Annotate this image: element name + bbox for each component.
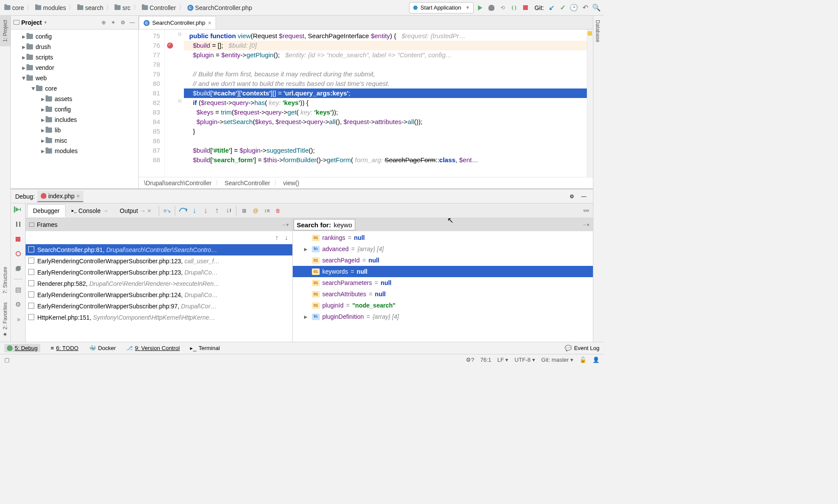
run-to-cursor-button[interactable]: ⤹I <box>223 206 233 216</box>
code-line[interactable]: $build['search_form'] = $this->formBuild… <box>184 155 587 165</box>
tree-item[interactable]: ▶modules <box>11 146 138 156</box>
code-line[interactable] <box>184 136 587 146</box>
close-session-icon[interactable]: × <box>76 193 80 200</box>
breadcrumb-item[interactable]: core <box>3 3 26 12</box>
tree-expand-icon[interactable]: ▶ <box>21 34 26 39</box>
breadcrumb-item[interactable]: Controller <box>140 3 178 12</box>
tree-expand-icon[interactable]: ▶ <box>21 65 26 70</box>
variable-row[interactable]: 01rankings = null <box>293 232 593 243</box>
tree-expand-icon[interactable]: ▶ <box>40 149 46 154</box>
tree-item[interactable]: ▶core <box>11 83 138 94</box>
caret-position[interactable]: 76:1 <box>480 357 491 363</box>
code-line[interactable]: // and we don't want to build the result… <box>184 79 587 88</box>
expand-icon[interactable]: ▶ <box>304 314 309 319</box>
project-tool-tab[interactable]: 1: Project <box>0 16 10 46</box>
debug-tool-button[interactable]: 5: Debug <box>4 344 40 352</box>
debug-gear-icon[interactable]: ⚙ <box>14 300 23 309</box>
readonly-toggle-icon[interactable]: 🔓 <box>579 357 586 363</box>
code-line[interactable]: if ($request->query->has( key: 'keys')) … <box>184 98 587 108</box>
stack-frame[interactable]: SearchController.php:81, Drupal\search\C… <box>26 244 292 255</box>
hide-debug-icon[interactable]: — <box>579 192 589 201</box>
variable-row[interactable]: 01searchAttributes = null <box>293 288 593 300</box>
watches-button[interactable]: @ <box>250 206 261 216</box>
evaluate-button[interactable]: ⊞ <box>239 206 249 216</box>
tool-windows-icon[interactable]: ▢ <box>4 357 10 363</box>
frames-list[interactable]: SearchController.php:81, Drupal\search\C… <box>26 244 292 342</box>
database-tool-tab[interactable]: Database <box>593 16 602 46</box>
tree-item[interactable]: ▶misc <box>11 135 138 146</box>
tree-expand-icon[interactable]: ▶ <box>40 107 46 112</box>
tree-expand-icon[interactable]: ▶ <box>40 97 46 101</box>
mute-breakpoints-button[interactable] <box>14 264 23 273</box>
breakpoint-gutter[interactable] <box>165 29 175 177</box>
structure-tool-tab[interactable]: 7: Structure <box>0 262 10 298</box>
debug-session-tab[interactable]: index.php × <box>37 191 83 202</box>
profiler-status-icon[interactable]: ⚙? <box>466 357 474 363</box>
stack-frame[interactable]: EarlyRenderingControllerWrapperSubscribe… <box>26 267 292 278</box>
variable-row[interactable]: 01searchParameters = null <box>293 277 593 288</box>
console-tab[interactable]: ▸_Console→ <box>66 205 114 217</box>
tree-expand-icon[interactable]: ▶ <box>40 118 46 122</box>
tree-expand-icon[interactable]: ▶ <box>40 128 46 133</box>
code-line[interactable]: // Build the form first, because it may … <box>184 69 587 79</box>
variables-search-box[interactable]: Search for: keywo <box>294 219 355 230</box>
tree-item[interactable]: ▶web <box>11 73 138 83</box>
stack-frame[interactable]: EarlyRenderingControllerWrapperSubscribe… <box>26 289 292 301</box>
stack-frame[interactable]: Renderer.php:582, Drupal\Core\Render\Ren… <box>26 278 292 289</box>
sort-button[interactable]: ↕≡ <box>262 206 272 216</box>
tree-item[interactable]: ▶config <box>11 104 138 115</box>
more-actions-icon[interactable]: » <box>14 315 23 324</box>
variable-row[interactable]: ▶⅟≡pluginDefinition = {array} [4] <box>293 311 593 322</box>
vars-expand-icon[interactable]: →▾ <box>582 222 593 228</box>
breakpoint-icon[interactable] <box>167 43 173 49</box>
step-over-button[interactable] <box>178 206 188 216</box>
resume-button[interactable] <box>14 205 23 214</box>
debug-settings-icon[interactable]: ⚙ <box>567 192 576 201</box>
coverage-button[interactable]: ⟲ <box>498 3 507 13</box>
variable-row[interactable]: 01keywords = null <box>293 266 593 277</box>
git-commit-button[interactable]: ✓ <box>558 3 567 13</box>
stack-frame[interactable]: HttpKernel.php:151, Symfony\Component\Ht… <box>26 312 292 323</box>
debugger-tab[interactable]: Debugger <box>27 204 65 217</box>
code-line[interactable]: $build['#cache']['contexts'][] = 'url.qu… <box>184 88 587 98</box>
tree-item[interactable]: ▶scripts <box>11 52 138 62</box>
code-line[interactable]: $build['#title'] = $plugin->suggestedTit… <box>184 146 587 155</box>
output-tab[interactable]: Output→× <box>115 205 156 217</box>
step-out-button[interactable]: ↑ <box>212 206 222 216</box>
stack-frame[interactable]: EarlyRenderingControllerWrapperSubscribe… <box>26 301 292 312</box>
project-tree[interactable]: ▶config▶drush▶scripts▶vendor▶web▶core▶as… <box>11 29 138 188</box>
run-button[interactable] <box>475 3 485 13</box>
stop-button[interactable] <box>520 3 530 13</box>
variable-row[interactable]: 01searchPageId = null <box>293 255 593 266</box>
stack-frame[interactable]: EarlyRenderingControllerWrapperSubscribe… <box>26 255 292 267</box>
run-configuration-selector[interactable]: ⬣ Start Application ▼ <box>409 2 474 13</box>
vcs-tool-button[interactable]: ⎇9: Version Control <box>126 345 180 351</box>
variable-row[interactable]: ▶⅟≡advanced = {array} [4] <box>293 243 593 255</box>
breadcrumb-item[interactable]: modules <box>33 3 68 12</box>
tree-item[interactable]: ▶drush <box>11 42 138 52</box>
line-number-gutter[interactable]: 7576777879808182838485868788 <box>139 29 165 177</box>
locate-icon[interactable]: ⊕ <box>100 19 107 26</box>
tree-expand-icon[interactable]: ▶ <box>21 55 26 60</box>
warning-marker[interactable] <box>588 31 592 36</box>
close-tab-icon[interactable]: × <box>208 20 211 26</box>
tree-expand-icon[interactable]: ▶ <box>31 86 36 91</box>
docker-tool-button[interactable]: 🐳Docker <box>89 345 116 351</box>
tree-expand-icon[interactable]: ▶ <box>21 45 26 49</box>
tree-item[interactable]: ▶includes <box>11 115 138 125</box>
debug-button[interactable] <box>487 3 496 13</box>
editor-tab[interactable]: C SearchController.php × <box>139 16 216 29</box>
tree-expand-icon[interactable]: ▶ <box>40 138 46 143</box>
error-stripe[interactable] <box>587 29 593 177</box>
pause-button[interactable] <box>14 220 23 229</box>
file-encoding[interactable]: UTF-8 ▾ <box>514 357 535 363</box>
code-line[interactable]: $plugin->setSearch($keys, $request->quer… <box>184 117 587 127</box>
revert-button[interactable]: ↶ <box>580 3 590 13</box>
trash-button[interactable]: 🗑 <box>273 206 283 216</box>
tree-item[interactable]: ▶lib <box>11 125 138 135</box>
history-button[interactable]: 🕑 <box>569 3 579 13</box>
git-update-button[interactable]: ↙ <box>547 3 556 13</box>
project-panel-title[interactable]: Project ▼ <box>13 19 98 26</box>
variable-row[interactable]: 01pluginId = "node_search" <box>293 300 593 311</box>
expand-all-icon[interactable]: ✶ <box>110 19 117 26</box>
